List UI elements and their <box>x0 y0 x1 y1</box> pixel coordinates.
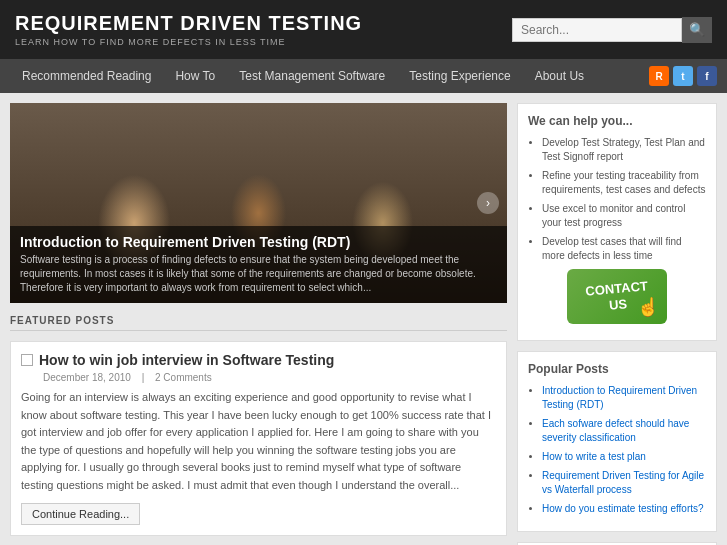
hero-title: Introduction to Requirement Driven Testi… <box>20 234 497 250</box>
site-subtitle: LEARN HOW TO FIND MORE DEFECTS IN LESS T… <box>15 37 362 47</box>
post-comments[interactable]: 2 Comments <box>155 372 212 383</box>
list-item: How do you estimate testing efforts? <box>542 502 706 516</box>
help-box: We can help you... Develop Test Strategy… <box>517 103 717 341</box>
content-area: Introduction to Requirement Driven Testi… <box>10 103 507 545</box>
cursor-icon: ☝ <box>637 296 659 318</box>
contact-us-button[interactable]: CONTACTUS ☝ <box>528 269 706 324</box>
hero-excerpt: Software testing is a process of finding… <box>20 253 497 295</box>
twitter-icon[interactable]: t <box>673 66 693 86</box>
post-meta-separator: | <box>142 372 145 383</box>
post-meta: December 18, 2010 | 2 Comments <box>39 372 496 383</box>
post-title-link[interactable]: How to win job interview in Software Tes… <box>39 352 334 368</box>
popular-post-link[interactable]: How do you estimate testing efforts? <box>542 503 704 514</box>
list-item: Use excel to monitor and control your te… <box>542 202 706 230</box>
search-input[interactable] <box>512 18 682 42</box>
post-date: December 18, 2010 <box>43 372 131 383</box>
popular-post-link[interactable]: Each sofware defect should have severity… <box>542 418 689 443</box>
list-item: Requirement Driven Testing for Agile vs … <box>542 469 706 497</box>
nav-item-about-us[interactable]: About Us <box>523 59 596 93</box>
site-title: REQUIREMENT DRIVEN TESTING <box>15 12 362 35</box>
rss-icon[interactable]: R <box>649 66 669 86</box>
search-button[interactable]: 🔍 <box>682 17 712 43</box>
list-item: Develop test cases that will find more d… <box>542 235 706 263</box>
popular-post-link[interactable]: Requirement Driven Testing for Agile vs … <box>542 470 704 495</box>
hero-caption: Introduction to Requirement Driven Testi… <box>10 226 507 303</box>
sidebar: We can help you... Develop Test Strategy… <box>517 103 717 545</box>
popular-list: Introduction to Requirement Driven Testi… <box>528 384 706 516</box>
nav-item-test-management[interactable]: Test Management Software <box>227 59 397 93</box>
popular-post-link[interactable]: How to write a test plan <box>542 451 646 462</box>
main-nav: Recommended Reading How To Test Manageme… <box>0 59 727 93</box>
list-item: Each sofware defect should have severity… <box>542 417 706 445</box>
nav-item-recommended-reading[interactable]: Recommended Reading <box>10 59 163 93</box>
help-list: Develop Test Strategy, Test Plan and Tes… <box>528 136 706 263</box>
post-title-row: How to win job interview in Software Tes… <box>21 352 496 368</box>
continue-reading-button[interactable]: Continue Reading... <box>21 503 140 525</box>
social-icons: R t f <box>649 66 717 86</box>
brand: REQUIREMENT DRIVEN TESTING LEARN HOW TO … <box>15 12 362 47</box>
main-content: Introduction to Requirement Driven Testi… <box>0 93 727 545</box>
list-item: Develop Test Strategy, Test Plan and Tes… <box>542 136 706 164</box>
popular-title: Popular Posts <box>528 362 706 376</box>
post-checkbox[interactable] <box>21 354 33 366</box>
popular-post-link[interactable]: Introduction to Requirement Driven Testi… <box>542 385 697 410</box>
facebook-icon[interactable]: f <box>697 66 717 86</box>
list-item: How to write a test plan <box>542 450 706 464</box>
post-excerpt: Going for an interview is always an exci… <box>21 389 496 495</box>
contact-graphic[interactable]: CONTACTUS ☝ <box>567 269 667 324</box>
header: REQUIREMENT DRIVEN TESTING LEARN HOW TO … <box>0 0 727 59</box>
nav-item-testing-experience[interactable]: Testing Experience <box>397 59 522 93</box>
hero-slider: Introduction to Requirement Driven Testi… <box>10 103 507 303</box>
featured-posts-header: FEATURED POSTS <box>10 315 507 331</box>
list-item: Introduction to Requirement Driven Testi… <box>542 384 706 412</box>
list-item: Refine your testing traceability from re… <box>542 169 706 197</box>
post-item: How to win job interview in Software Tes… <box>10 341 507 536</box>
search-form: 🔍 <box>512 17 712 43</box>
popular-posts-box: Popular Posts Introduction to Requiremen… <box>517 351 717 532</box>
nav-item-how-to[interactable]: How To <box>163 59 227 93</box>
hero-next-arrow[interactable]: › <box>477 192 499 214</box>
help-title: We can help you... <box>528 114 706 128</box>
